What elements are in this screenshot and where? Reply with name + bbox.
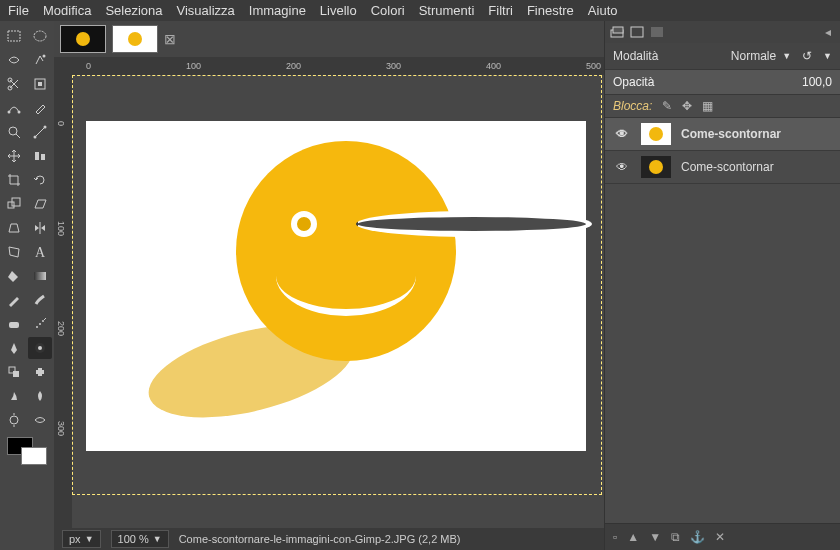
new-layer-icon[interactable]: ▫ (613, 530, 617, 544)
ruler-vertical: 0 100 200 300 (54, 75, 72, 528)
tool-perspective[interactable] (2, 217, 26, 239)
menu-visualizza[interactable]: Visualizza (176, 3, 234, 18)
tool-rotate[interactable] (28, 169, 52, 191)
opacity-value: 100,0 (802, 75, 832, 89)
zoom-select[interactable]: 100 %▼ (111, 530, 169, 548)
layer-thumbnail (641, 156, 671, 178)
tool-align[interactable] (28, 145, 52, 167)
delete-layer-icon[interactable]: ✕ (715, 530, 725, 544)
layer-name[interactable]: Come-scontornar (681, 160, 832, 174)
tool-crop[interactable] (2, 169, 26, 191)
tool-blur[interactable] (28, 385, 52, 407)
image-tabbar: ⊠ (54, 21, 604, 57)
background-color[interactable] (21, 447, 47, 465)
tool-text[interactable]: A (28, 241, 52, 263)
svg-line-10 (16, 134, 20, 138)
menu-modifica[interactable]: Modifica (43, 3, 91, 18)
tool-paths[interactable] (2, 97, 26, 119)
anchor-layer-icon[interactable]: ⚓ (690, 530, 705, 544)
tool-warp[interactable] (28, 409, 52, 431)
tool-free-select[interactable] (2, 49, 26, 71)
layer-row[interactable]: 👁 Come-scontornar (605, 118, 840, 151)
tool-paintbrush[interactable] (28, 289, 52, 311)
menu-livello[interactable]: Livello (320, 3, 357, 18)
svg-rect-20 (9, 322, 19, 328)
image-tab-1[interactable] (60, 25, 106, 53)
opacity-label: Opacità (613, 75, 654, 89)
chevron-down-icon: ▼ (85, 534, 94, 544)
menu-file[interactable]: File (8, 3, 29, 18)
tool-blend[interactable] (28, 265, 52, 287)
svg-point-8 (18, 111, 21, 114)
mode-select[interactable]: Normale (731, 49, 776, 63)
tool-dodge[interactable] (2, 409, 26, 431)
visibility-icon[interactable]: 👁 (613, 127, 631, 141)
tool-ink[interactable] (2, 337, 26, 359)
svg-point-23 (42, 320, 44, 322)
tool-cage[interactable] (2, 241, 26, 263)
menu-immagine[interactable]: Immagine (249, 3, 306, 18)
tool-clone[interactable] (2, 361, 26, 383)
svg-point-9 (9, 127, 17, 135)
right-dock: ◂ Modalità Normale ▼ ↺ ▼ Opacità 100,0 B… (604, 21, 840, 550)
visibility-icon[interactable]: 👁 (613, 160, 631, 174)
color-swatches[interactable] (7, 437, 47, 467)
dock-tab-channels-icon[interactable] (629, 25, 645, 39)
menu-colori[interactable]: Colori (371, 3, 405, 18)
menu-finestre[interactable]: Finestre (527, 3, 574, 18)
tool-zoom[interactable] (2, 121, 26, 143)
canvas[interactable] (72, 75, 604, 528)
lock-alpha-icon[interactable]: ▦ (702, 99, 713, 113)
svg-rect-0 (8, 31, 20, 41)
tool-flip[interactable] (28, 217, 52, 239)
tool-foreground-select[interactable] (28, 73, 52, 95)
tool-scissors[interactable] (2, 73, 26, 95)
tool-measure[interactable] (28, 121, 52, 143)
unit-select[interactable]: px▼ (62, 530, 101, 548)
tool-bucket-fill[interactable] (2, 265, 26, 287)
svg-rect-33 (631, 27, 643, 37)
layer-name[interactable]: Come-scontornar (681, 127, 832, 141)
lock-pixels-icon[interactable]: ✎ (662, 99, 672, 113)
svg-point-21 (36, 326, 38, 328)
image-tab-2[interactable] (112, 25, 158, 53)
lock-label: Blocca: (613, 99, 652, 113)
lower-layer-icon[interactable]: ▼ (649, 530, 661, 544)
tool-fuzzy-select[interactable] (28, 49, 52, 71)
menu-seleziona[interactable]: Seleziona (105, 3, 162, 18)
opacity-slider[interactable]: Opacità 100,0 (605, 70, 840, 95)
svg-rect-32 (613, 27, 623, 33)
toolbox: A (0, 21, 54, 550)
svg-rect-27 (13, 371, 19, 377)
dock-tab-paths-icon[interactable] (649, 25, 665, 39)
raise-layer-icon[interactable]: ▲ (627, 530, 639, 544)
chevron-down-icon: ▼ (782, 51, 791, 61)
tool-eraser[interactable] (2, 313, 26, 335)
svg-rect-14 (35, 152, 39, 160)
tool-ellipse-select[interactable] (28, 25, 52, 47)
tool-pencil[interactable] (2, 289, 26, 311)
layers-list: 👁 Come-scontornar 👁 Come-scontornar (605, 118, 840, 523)
svg-point-1 (34, 31, 46, 41)
tool-move[interactable] (2, 145, 26, 167)
mode-label: Modalità (613, 49, 658, 63)
tool-rect-select[interactable] (2, 25, 26, 47)
dock-menu-icon[interactable]: ◂ (820, 25, 836, 39)
menu-strumenti[interactable]: Strumenti (419, 3, 475, 18)
duplicate-layer-icon[interactable]: ⧉ (671, 530, 680, 544)
tool-mypaint-brush[interactable] (28, 337, 52, 359)
menu-filtri[interactable]: Filtri (488, 3, 513, 18)
tool-heal[interactable] (28, 361, 52, 383)
tool-smudge[interactable] (2, 385, 26, 407)
mode-reset-button[interactable]: ↺ (797, 47, 817, 65)
tool-shear[interactable] (28, 193, 52, 215)
dock-tab-layers-icon[interactable] (609, 25, 625, 39)
tool-airbrush[interactable] (28, 313, 52, 335)
lock-position-icon[interactable]: ✥ (682, 99, 692, 113)
tool-scale[interactable] (2, 193, 26, 215)
layer-row[interactable]: 👁 Come-scontornar (605, 151, 840, 184)
statusbar: px▼ 100 %▼ Come-scontornare-le-immagini-… (54, 528, 604, 550)
tab-close-icon[interactable]: ⊠ (164, 31, 176, 47)
tool-color-picker[interactable] (28, 97, 52, 119)
menu-aiuto[interactable]: Aiuto (588, 3, 618, 18)
